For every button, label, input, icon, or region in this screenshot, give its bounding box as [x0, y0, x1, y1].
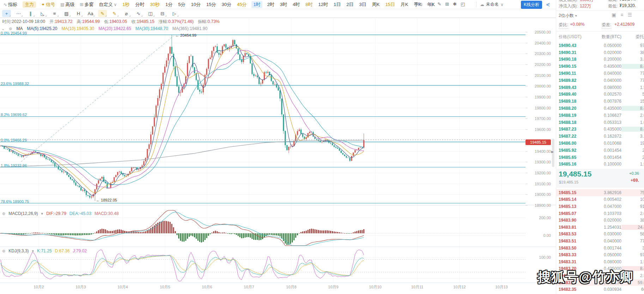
- timeframe-button[interactable]: 30秒: [150, 1, 160, 8]
- price-tick-label: 20200.00: [527, 62, 551, 67]
- toolbar-action-icon[interactable]: ◎: [430, 1, 433, 7]
- drawing-tool-button[interactable]: ▷: [170, 10, 179, 17]
- ask-row[interactable]: 19485.65 0.001454 28.: [556, 154, 644, 161]
- toolbar-menu-item[interactable]: 自定义∨: [99, 1, 117, 8]
- timeframe-button[interactable]: 15分: [206, 1, 216, 8]
- drawing-tool-button[interactable]: Aa: [86, 10, 95, 17]
- toolbar-menu-item[interactable]: ∿指标: [4, 1, 17, 8]
- bid-row[interactable]: 19485.07 0.103703 2.02: [556, 210, 644, 217]
- timeframe-button[interactable]: 3时: [280, 1, 287, 8]
- drawing-tool-button[interactable]: ✎: [98, 10, 107, 17]
- ask-row[interactable]: 19490.18 0.200000 3.89: [556, 56, 644, 63]
- ask-row[interactable]: 19490.15 0.435000 8.47: [556, 63, 644, 70]
- bid-row[interactable]: 19485.13 0.047000 915.: [556, 203, 644, 210]
- price-tick-label: 19400.00: [527, 149, 551, 154]
- timeframe-button[interactable]: 1分: [165, 1, 172, 8]
- bid-row[interactable]: 19483.90 0.020000 389.: [556, 217, 644, 224]
- timeframe-button[interactable]: 8时: [305, 1, 312, 8]
- kline-analysis-button[interactable]: K线分析: [521, 1, 542, 9]
- drawing-tool-button[interactable]: ✎: [110, 10, 119, 17]
- ask-row[interactable]: 19490.31 0.020000 389.: [556, 49, 644, 56]
- panel-collapse-arrow[interactable]: ▶: [551, 150, 554, 154]
- drawing-tool-button[interactable]: +: [2, 10, 11, 17]
- timeframe-button[interactable]: 10分: [191, 1, 201, 8]
- toolbar-menu-item[interactable]: ▤高级: [60, 1, 74, 8]
- ask-row[interactable]: 19485.16 0.100000 1.94: [556, 161, 644, 168]
- drawing-tool-button[interactable]: ▨: [62, 10, 71, 17]
- timeframe-button[interactable]: 12时: [318, 1, 328, 8]
- timeframe-button[interactable]: 45分: [237, 1, 247, 8]
- share-icon[interactable]: ⋞: [546, 1, 550, 7]
- bid-row[interactable]: 19485.14 0.005402 105.: [556, 196, 644, 203]
- ask-row[interactable]: 19489.43 0.080000 1.55: [556, 84, 644, 91]
- drawing-tool-button[interactable]: ∿: [134, 10, 143, 17]
- drawing-tool-button[interactable]: ⌀: [122, 10, 131, 17]
- bid-row[interactable]: 19482.35 0.030934 602: [556, 286, 644, 293]
- price-tick-label: 19300.00: [527, 160, 551, 164]
- ask-row[interactable]: 19486.00 0.010068 196.: [556, 140, 644, 147]
- toolbar-menu-item[interactable]: 主力: [23, 1, 36, 8]
- view-toggle-icon[interactable]: ≡: [620, 12, 623, 18]
- drawing-tool-button[interactable]: H: [74, 10, 83, 17]
- drawing-tool-button[interactable]: ◺: [38, 10, 47, 17]
- drawing-tool-icon: ◺: [41, 11, 44, 16]
- chevron-down-icon[interactable]: ▾: [32, 249, 34, 253]
- ask-row[interactable]: 19489.40 0.002570 50.: [556, 91, 644, 98]
- drawing-tool-button[interactable]: ≡: [50, 10, 59, 17]
- bid-row[interactable]: 19483.33 0.050000 974.: [556, 251, 644, 258]
- timeframe-button[interactable]: 分时: [135, 1, 145, 8]
- alert-bell-icon[interactable]: ⊚: [2, 211, 5, 216]
- timeframe-button[interactable]: 15日: [385, 1, 395, 8]
- drawing-tool-button[interactable]: ⋯: [14, 10, 23, 17]
- view-toggle-icon[interactable]: ☰: [627, 12, 632, 18]
- timeframe-button[interactable]: 3日: [359, 1, 366, 8]
- toolbar-menu-item[interactable]: ✦信号: [41, 1, 55, 8]
- drawing-tool-button[interactable]: ⊟: [158, 10, 167, 17]
- timeframe-button[interactable]: 1日: [334, 1, 341, 8]
- bid-row[interactable]: 19485.15 3.862916 75.2: [556, 189, 644, 196]
- panel-divider-line: [556, 11, 644, 11]
- timeframe-button[interactable]: 1时: [251, 1, 262, 8]
- toolbar-action-icon[interactable]: ◰: [461, 1, 465, 7]
- timeframe-button[interactable]: 4时: [293, 1, 300, 8]
- timeframe-button[interactable]: 5分: [178, 1, 185, 8]
- chevron-down-icon: ∨: [500, 2, 504, 7]
- ask-row[interactable]: 19488.20 0.435000 8.47: [556, 105, 644, 112]
- decimals-dropdown[interactable]: 2位小数 ▾: [559, 13, 577, 19]
- timeframe-button[interactable]: 月K: [401, 1, 408, 8]
- ask-row[interactable]: 19485.92 0.001454 28.: [556, 147, 644, 154]
- ask-row[interactable]: 19489.18 0.007876 153.: [556, 98, 644, 105]
- toolbar-action-icon[interactable]: ✱: [453, 1, 457, 7]
- toolbar-action-icon[interactable]: ⊞: [445, 1, 449, 7]
- timeframe-button[interactable]: 2时: [267, 1, 274, 8]
- ask-row[interactable]: 19490.11 0.040000 779.: [556, 70, 644, 77]
- drawing-tool-button[interactable]: ∥: [26, 10, 35, 17]
- workspace-selector[interactable]: ☁ 未命名 ∨: [476, 1, 504, 7]
- ask-row[interactable]: 19490.43 0.050000 974.: [556, 42, 644, 49]
- timeframe-button[interactable]: 30分: [221, 1, 231, 8]
- chevron-down-icon[interactable]: ▾: [41, 211, 43, 216]
- view-toggle-icon[interactable]: ▣: [612, 12, 616, 18]
- timeframe-button[interactable]: 2日: [346, 1, 353, 8]
- timeframe-button[interactable]: 1秒: [122, 1, 129, 8]
- ask-row[interactable]: 19488.18 0.053313 1.03: [556, 119, 644, 126]
- toolbar-action-icon[interactable]: ✎: [437, 1, 441, 7]
- bid-row[interactable]: 19483.31 0.080000 1.55: [556, 258, 644, 265]
- ohlc-field: 涨幅:0.37%(71.46): [159, 19, 194, 25]
- toolbar-menu-item[interactable]: ⊞多窗: [80, 1, 93, 8]
- bid-row[interactable]: 19483.53 0.030000 584.: [556, 231, 644, 238]
- ask-row[interactable]: 19488.19 0.106627 2.07: [556, 112, 644, 119]
- fib-level-label: 0.0% 19466.29: [1, 138, 27, 142]
- bid-row[interactable]: 19483.51 0.040000 779.: [556, 238, 644, 245]
- bid-row[interactable]: 19483.50 0.001744 33.: [556, 245, 644, 252]
- alert-bell-icon[interactable]: ⊚: [2, 249, 5, 253]
- bid-row[interactable]: 19483.81 1.254031 24.43: [556, 224, 644, 231]
- timeframe-button[interactable]: 周K: [372, 1, 380, 8]
- ask-row[interactable]: 19489.82 0.040000 779.: [556, 77, 644, 84]
- ask-row[interactable]: 19487.22 0.162872 3.17: [556, 133, 644, 140]
- change-percent: +0.36: [629, 171, 639, 175]
- collapse-chevron-icon[interactable]: ⌄: [1, 26, 5, 31]
- alert-bell-icon[interactable]: ⊚: [9, 26, 12, 31]
- drawing-tool-button[interactable]: ◫: [146, 10, 155, 17]
- ask-row[interactable]: 19487.23 0.435000 8.47: [556, 126, 644, 133]
